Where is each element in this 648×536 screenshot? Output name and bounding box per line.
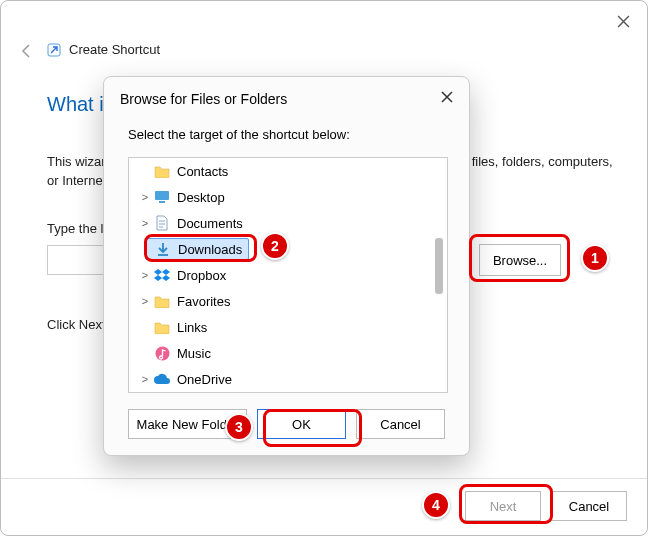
cancel-button[interactable]: Cancel [551, 491, 627, 521]
tree-item[interactable]: Links [129, 314, 447, 340]
tree-item-label: Contacts [171, 164, 228, 179]
make-new-folder-button[interactable]: Make New Folder [128, 409, 247, 439]
music-icon [153, 346, 171, 361]
browse-button[interactable]: Browse... [479, 244, 561, 276]
expander-icon[interactable]: > [137, 373, 153, 385]
tree-item[interactable]: >OneDrive [129, 366, 447, 392]
tree-item-selected[interactable]: Downloads [145, 238, 249, 260]
tree-item-label: Links [171, 320, 207, 335]
separator [1, 478, 647, 479]
dialog-cancel-button[interactable]: Cancel [356, 409, 445, 439]
folder-icon [153, 164, 171, 178]
svg-rect-1 [155, 191, 169, 200]
location-label: Type the lo [47, 221, 111, 236]
folder-icon [153, 294, 171, 308]
dialog-title: Browse for Files or Folders [120, 91, 287, 107]
svg-rect-2 [159, 201, 165, 203]
down-icon [154, 241, 172, 257]
dialog-close-icon[interactable] [435, 85, 459, 109]
back-arrow-icon[interactable] [19, 43, 35, 63]
tree-item[interactable]: >Favorites [129, 288, 447, 314]
tree-item-label: Documents [171, 216, 243, 231]
dialog-subtitle: Select the target of the shortcut below: [128, 127, 350, 142]
tree-item[interactable]: Music [129, 340, 447, 366]
expander-icon[interactable]: > [137, 217, 153, 229]
folder-icon [153, 320, 171, 334]
tree-item-label: OneDrive [171, 372, 232, 387]
doc-icon [153, 215, 171, 231]
tree-item[interactable]: Contacts [129, 158, 447, 184]
tree-item[interactable]: >Desktop [129, 184, 447, 210]
browse-dialog: Browse for Files or Folders Select the t… [103, 76, 470, 456]
tree-item-label: Desktop [171, 190, 225, 205]
dropbox-icon [153, 268, 171, 282]
shortcut-icon [47, 43, 61, 57]
folder-tree[interactable]: Contacts>Desktop>DocumentsDownloads>Drop… [128, 157, 448, 393]
wizard-title: Create Shortcut [69, 42, 160, 57]
close-icon[interactable] [611, 9, 635, 33]
tree-item-label: Downloads [172, 242, 242, 257]
expander-icon[interactable]: > [137, 269, 153, 281]
tree-item[interactable]: >Documents [129, 210, 447, 236]
tree-item[interactable]: >Dropbox [129, 262, 447, 288]
expander-icon[interactable]: > [137, 295, 153, 307]
expander-icon[interactable]: > [137, 191, 153, 203]
tree-item-label: Music [171, 346, 211, 361]
scrollbar-thumb[interactable] [435, 238, 443, 294]
desktop-icon [153, 190, 171, 204]
click-next-text: Click Next [47, 317, 106, 332]
tree-item-label: Dropbox [171, 268, 226, 283]
ok-button[interactable]: OK [257, 409, 346, 439]
cloud-icon [153, 373, 171, 385]
next-button[interactable]: Next [465, 491, 541, 521]
tree-item-label: Favorites [171, 294, 230, 309]
